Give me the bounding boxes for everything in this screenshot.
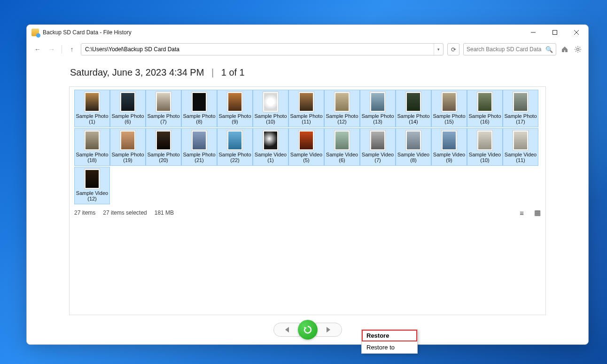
file-label: Sample Photo (14)	[396, 113, 431, 124]
menu-restore[interactable]: Restore	[362, 330, 417, 341]
home-icon[interactable]	[560, 45, 569, 54]
path-dropdown[interactable]: ▾	[434, 44, 443, 55]
file-label: Sample Photo (6)	[110, 113, 145, 124]
search-input[interactable]	[467, 46, 544, 53]
file-item[interactable]: Sample Photo (22)	[217, 128, 253, 166]
content-area: Saturday, June 3, 2023 4:34 PM | 1 of 1 …	[27, 59, 588, 344]
file-label: Sample Photo (15)	[432, 113, 467, 124]
back-button[interactable]: ←	[32, 44, 43, 54]
file-item[interactable]: Sample Photo (9)	[217, 90, 253, 127]
search-icon[interactable]: 🔍	[545, 46, 553, 53]
restore-button[interactable]	[298, 320, 318, 340]
item-count: 27 items	[74, 209, 95, 216]
file-label: Sample Photo (11)	[289, 113, 324, 124]
file-item[interactable]: Sample Photo (21)	[181, 128, 217, 166]
file-thumbnail	[370, 92, 385, 112]
file-thumbnail	[263, 131, 278, 150]
file-label: Sample Video (6)	[325, 152, 359, 163]
file-label: Sample Photo (7)	[146, 113, 181, 124]
app-icon	[31, 29, 39, 36]
file-thumbnail	[85, 131, 100, 150]
file-item[interactable]: Sample Photo (8)	[181, 90, 217, 127]
file-label: Sample Photo (20)	[146, 152, 181, 163]
file-thumbnail	[370, 131, 385, 150]
menu-restore-to[interactable]: Restore to	[362, 341, 417, 353]
file-item[interactable]: Sample Photo (1)	[74, 90, 110, 127]
file-item[interactable]: Sample Video (9)	[431, 128, 467, 166]
address-bar: ▾	[81, 43, 444, 55]
file-thumbnail	[299, 131, 314, 150]
page-indicator: 1 of 1	[221, 67, 245, 77]
file-thumbnail	[299, 92, 314, 112]
pager-controls: Restore Restore to	[69, 315, 546, 344]
file-thumbnail	[513, 131, 528, 150]
file-item[interactable]: Sample Photo (12)	[324, 90, 360, 127]
minimize-button[interactable]	[522, 25, 544, 40]
file-thumbnail	[227, 92, 242, 112]
file-thumbnail	[85, 92, 100, 112]
file-thumbnail	[477, 92, 492, 112]
gear-icon[interactable]	[573, 45, 583, 54]
file-thumbnail	[406, 131, 421, 150]
file-item[interactable]: Sample Photo (13)	[360, 90, 396, 127]
file-thumbnail	[227, 131, 242, 150]
navigation-toolbar: ← → ↑ ▾ ⟳ 🔍	[27, 40, 588, 59]
file-item[interactable]: Sample Photo (19)	[110, 128, 146, 166]
file-label: Sample Video (9)	[432, 152, 467, 163]
file-thumbnail	[335, 92, 350, 112]
icons-view-icon[interactable]: ▦	[534, 209, 541, 217]
file-label: Sample Video (11)	[503, 152, 538, 163]
file-item[interactable]: Sample Photo (18)	[74, 128, 110, 166]
separator	[62, 45, 62, 54]
refresh-button[interactable]: ⟳	[447, 43, 459, 55]
backup-header: Saturday, June 3, 2023 4:34 PM | 1 of 1	[69, 67, 546, 78]
file-item[interactable]: Sample Photo (11)	[288, 90, 324, 127]
file-item[interactable]: Sample Video (8)	[396, 128, 431, 166]
file-item[interactable]: Sample Photo (15)	[431, 90, 467, 127]
maximize-button[interactable]	[544, 25, 566, 40]
details-view-icon[interactable]: ≡	[520, 209, 524, 217]
file-item[interactable]: Sample Video (12)	[74, 167, 110, 204]
file-item[interactable]: Sample Video (5)	[288, 128, 324, 166]
file-thumbnail	[156, 131, 171, 150]
search-box: 🔍	[463, 43, 556, 55]
file-label: Sample Video (7)	[360, 152, 395, 163]
file-item[interactable]: Sample Photo (16)	[467, 90, 503, 127]
file-label: Sample Photo (22)	[218, 152, 252, 163]
file-label: Sample Photo (10)	[253, 113, 288, 124]
file-thumbnail	[85, 169, 100, 189]
file-label: Sample Photo (16)	[467, 113, 502, 124]
next-version-button[interactable]	[316, 323, 342, 337]
file-item[interactable]: Sample Photo (7)	[146, 90, 181, 127]
file-item[interactable]: Sample Video (11)	[503, 128, 538, 166]
window-title: Backup SD Card Data - File History	[43, 29, 132, 36]
path-input[interactable]	[81, 44, 434, 55]
file-item[interactable]: Sample Video (7)	[360, 128, 396, 166]
titlebar: Backup SD Card Data - File History	[27, 25, 588, 40]
file-item[interactable]: Sample Video (10)	[467, 128, 503, 166]
file-item[interactable]: Sample Photo (6)	[110, 90, 146, 127]
file-label: Sample Photo (9)	[218, 113, 252, 124]
file-grid-container: Sample Photo (1)Sample Photo (6)Sample P…	[69, 86, 546, 315]
file-item[interactable]: Sample Video (1)	[253, 128, 288, 166]
file-item[interactable]: Sample Photo (10)	[253, 90, 288, 127]
file-label: Sample Photo (19)	[110, 152, 145, 163]
file-history-window: Backup SD Card Data - File History ← → ↑…	[26, 24, 589, 345]
file-thumbnail	[120, 92, 135, 112]
file-thumbnail	[335, 131, 350, 150]
file-label: Sample Photo (8)	[182, 113, 217, 124]
file-item[interactable]: Sample Photo (20)	[146, 128, 181, 166]
file-label: Sample Photo (17)	[503, 113, 538, 124]
file-item[interactable]: Sample Photo (17)	[503, 90, 538, 127]
file-label: Sample Photo (12)	[325, 113, 359, 124]
file-label: Sample Photo (21)	[182, 152, 217, 163]
file-item[interactable]: Sample Photo (14)	[396, 90, 431, 127]
file-item[interactable]: Sample Video (6)	[324, 128, 360, 166]
up-button[interactable]: ↑	[67, 44, 77, 54]
file-grid[interactable]: Sample Photo (1)Sample Photo (6)Sample P…	[70, 87, 545, 207]
file-thumbnail	[513, 92, 528, 112]
file-label: Sample Photo (1)	[75, 113, 109, 124]
previous-version-button[interactable]	[273, 323, 300, 337]
forward-button[interactable]: →	[47, 44, 57, 54]
close-button[interactable]	[566, 25, 587, 40]
